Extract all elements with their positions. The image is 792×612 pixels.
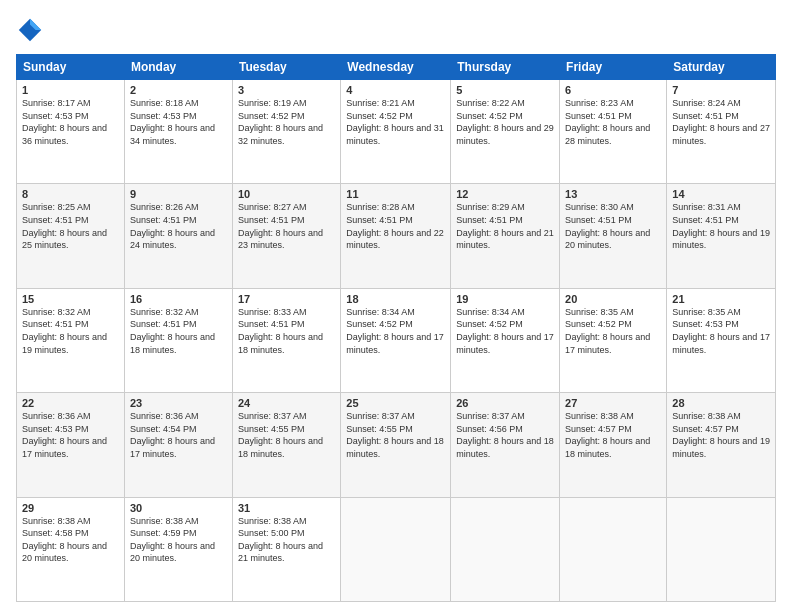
day-info: Sunrise: 8:37 AMSunset: 4:55 PMDaylight:… bbox=[346, 411, 444, 459]
day-number: 17 bbox=[238, 293, 335, 305]
empty-cell bbox=[341, 497, 451, 601]
calendar-day-25: 25 Sunrise: 8:37 AMSunset: 4:55 PMDaylig… bbox=[341, 393, 451, 497]
day-number: 10 bbox=[238, 188, 335, 200]
day-info: Sunrise: 8:21 AMSunset: 4:52 PMDaylight:… bbox=[346, 98, 444, 146]
calendar-day-19: 19 Sunrise: 8:34 AMSunset: 4:52 PMDaylig… bbox=[451, 288, 560, 392]
day-number: 6 bbox=[565, 84, 661, 96]
calendar-header-thursday: Thursday bbox=[451, 55, 560, 80]
calendar-day-10: 10 Sunrise: 8:27 AMSunset: 4:51 PMDaylig… bbox=[232, 184, 340, 288]
calendar-day-24: 24 Sunrise: 8:37 AMSunset: 4:55 PMDaylig… bbox=[232, 393, 340, 497]
empty-cell bbox=[451, 497, 560, 601]
day-number: 27 bbox=[565, 397, 661, 409]
calendar-day-1: 1 Sunrise: 8:17 AMSunset: 4:53 PMDayligh… bbox=[17, 80, 125, 184]
day-number: 21 bbox=[672, 293, 770, 305]
day-info: Sunrise: 8:38 AMSunset: 4:57 PMDaylight:… bbox=[565, 411, 650, 459]
day-info: Sunrise: 8:34 AMSunset: 4:52 PMDaylight:… bbox=[456, 307, 554, 355]
day-info: Sunrise: 8:32 AMSunset: 4:51 PMDaylight:… bbox=[130, 307, 215, 355]
day-number: 31 bbox=[238, 502, 335, 514]
calendar-day-8: 8 Sunrise: 8:25 AMSunset: 4:51 PMDayligh… bbox=[17, 184, 125, 288]
day-number: 30 bbox=[130, 502, 227, 514]
day-info: Sunrise: 8:35 AMSunset: 4:53 PMDaylight:… bbox=[672, 307, 770, 355]
calendar-day-18: 18 Sunrise: 8:34 AMSunset: 4:52 PMDaylig… bbox=[341, 288, 451, 392]
calendar-day-9: 9 Sunrise: 8:26 AMSunset: 4:51 PMDayligh… bbox=[124, 184, 232, 288]
calendar-day-6: 6 Sunrise: 8:23 AMSunset: 4:51 PMDayligh… bbox=[560, 80, 667, 184]
empty-cell bbox=[560, 497, 667, 601]
calendar-header-monday: Monday bbox=[124, 55, 232, 80]
calendar-day-12: 12 Sunrise: 8:29 AMSunset: 4:51 PMDaylig… bbox=[451, 184, 560, 288]
calendar-week-3: 15 Sunrise: 8:32 AMSunset: 4:51 PMDaylig… bbox=[17, 288, 776, 392]
day-info: Sunrise: 8:26 AMSunset: 4:51 PMDaylight:… bbox=[130, 202, 215, 250]
day-number: 11 bbox=[346, 188, 445, 200]
calendar-day-13: 13 Sunrise: 8:30 AMSunset: 4:51 PMDaylig… bbox=[560, 184, 667, 288]
calendar-header-friday: Friday bbox=[560, 55, 667, 80]
day-number: 12 bbox=[456, 188, 554, 200]
day-info: Sunrise: 8:32 AMSunset: 4:51 PMDaylight:… bbox=[22, 307, 107, 355]
calendar-header-saturday: Saturday bbox=[667, 55, 776, 80]
day-info: Sunrise: 8:37 AMSunset: 4:55 PMDaylight:… bbox=[238, 411, 323, 459]
empty-cell bbox=[667, 497, 776, 601]
calendar-day-31: 31 Sunrise: 8:38 AMSunset: 5:00 PMDaylig… bbox=[232, 497, 340, 601]
day-info: Sunrise: 8:34 AMSunset: 4:52 PMDaylight:… bbox=[346, 307, 444, 355]
calendar-week-4: 22 Sunrise: 8:36 AMSunset: 4:53 PMDaylig… bbox=[17, 393, 776, 497]
calendar-header-tuesday: Tuesday bbox=[232, 55, 340, 80]
day-number: 3 bbox=[238, 84, 335, 96]
day-number: 24 bbox=[238, 397, 335, 409]
day-number: 18 bbox=[346, 293, 445, 305]
day-number: 20 bbox=[565, 293, 661, 305]
day-info: Sunrise: 8:22 AMSunset: 4:52 PMDaylight:… bbox=[456, 98, 554, 146]
logo bbox=[16, 16, 48, 44]
calendar-header-wednesday: Wednesday bbox=[341, 55, 451, 80]
day-number: 22 bbox=[22, 397, 119, 409]
day-info: Sunrise: 8:29 AMSunset: 4:51 PMDaylight:… bbox=[456, 202, 554, 250]
day-number: 26 bbox=[456, 397, 554, 409]
day-number: 2 bbox=[130, 84, 227, 96]
calendar-day-27: 27 Sunrise: 8:38 AMSunset: 4:57 PMDaylig… bbox=[560, 393, 667, 497]
day-number: 19 bbox=[456, 293, 554, 305]
day-number: 1 bbox=[22, 84, 119, 96]
calendar-day-4: 4 Sunrise: 8:21 AMSunset: 4:52 PMDayligh… bbox=[341, 80, 451, 184]
day-number: 9 bbox=[130, 188, 227, 200]
calendar-table: SundayMondayTuesdayWednesdayThursdayFrid… bbox=[16, 54, 776, 602]
calendar-day-15: 15 Sunrise: 8:32 AMSunset: 4:51 PMDaylig… bbox=[17, 288, 125, 392]
calendar-day-23: 23 Sunrise: 8:36 AMSunset: 4:54 PMDaylig… bbox=[124, 393, 232, 497]
day-info: Sunrise: 8:38 AMSunset: 4:58 PMDaylight:… bbox=[22, 516, 107, 564]
day-info: Sunrise: 8:23 AMSunset: 4:51 PMDaylight:… bbox=[565, 98, 650, 146]
day-number: 14 bbox=[672, 188, 770, 200]
day-number: 13 bbox=[565, 188, 661, 200]
calendar-week-2: 8 Sunrise: 8:25 AMSunset: 4:51 PMDayligh… bbox=[17, 184, 776, 288]
calendar-day-16: 16 Sunrise: 8:32 AMSunset: 4:51 PMDaylig… bbox=[124, 288, 232, 392]
calendar-day-29: 29 Sunrise: 8:38 AMSunset: 4:58 PMDaylig… bbox=[17, 497, 125, 601]
day-info: Sunrise: 8:24 AMSunset: 4:51 PMDaylight:… bbox=[672, 98, 770, 146]
calendar-day-14: 14 Sunrise: 8:31 AMSunset: 4:51 PMDaylig… bbox=[667, 184, 776, 288]
day-number: 5 bbox=[456, 84, 554, 96]
day-info: Sunrise: 8:37 AMSunset: 4:56 PMDaylight:… bbox=[456, 411, 554, 459]
calendar-day-2: 2 Sunrise: 8:18 AMSunset: 4:53 PMDayligh… bbox=[124, 80, 232, 184]
day-info: Sunrise: 8:27 AMSunset: 4:51 PMDaylight:… bbox=[238, 202, 323, 250]
day-number: 25 bbox=[346, 397, 445, 409]
day-number: 23 bbox=[130, 397, 227, 409]
day-info: Sunrise: 8:33 AMSunset: 4:51 PMDaylight:… bbox=[238, 307, 323, 355]
calendar-day-7: 7 Sunrise: 8:24 AMSunset: 4:51 PMDayligh… bbox=[667, 80, 776, 184]
day-info: Sunrise: 8:30 AMSunset: 4:51 PMDaylight:… bbox=[565, 202, 650, 250]
page: SundayMondayTuesdayWednesdayThursdayFrid… bbox=[0, 0, 792, 612]
calendar-header-row: SundayMondayTuesdayWednesdayThursdayFrid… bbox=[17, 55, 776, 80]
day-info: Sunrise: 8:35 AMSunset: 4:52 PMDaylight:… bbox=[565, 307, 650, 355]
calendar-day-22: 22 Sunrise: 8:36 AMSunset: 4:53 PMDaylig… bbox=[17, 393, 125, 497]
day-number: 7 bbox=[672, 84, 770, 96]
day-number: 8 bbox=[22, 188, 119, 200]
calendar-week-1: 1 Sunrise: 8:17 AMSunset: 4:53 PMDayligh… bbox=[17, 80, 776, 184]
day-info: Sunrise: 8:25 AMSunset: 4:51 PMDaylight:… bbox=[22, 202, 107, 250]
day-number: 15 bbox=[22, 293, 119, 305]
logo-icon bbox=[16, 16, 44, 44]
day-number: 29 bbox=[22, 502, 119, 514]
day-info: Sunrise: 8:38 AMSunset: 4:59 PMDaylight:… bbox=[130, 516, 215, 564]
day-info: Sunrise: 8:31 AMSunset: 4:51 PMDaylight:… bbox=[672, 202, 770, 250]
calendar-day-5: 5 Sunrise: 8:22 AMSunset: 4:52 PMDayligh… bbox=[451, 80, 560, 184]
day-number: 28 bbox=[672, 397, 770, 409]
calendar-day-11: 11 Sunrise: 8:28 AMSunset: 4:51 PMDaylig… bbox=[341, 184, 451, 288]
day-info: Sunrise: 8:38 AMSunset: 4:57 PMDaylight:… bbox=[672, 411, 770, 459]
calendar-day-30: 30 Sunrise: 8:38 AMSunset: 4:59 PMDaylig… bbox=[124, 497, 232, 601]
calendar-week-5: 29 Sunrise: 8:38 AMSunset: 4:58 PMDaylig… bbox=[17, 497, 776, 601]
calendar-day-20: 20 Sunrise: 8:35 AMSunset: 4:52 PMDaylig… bbox=[560, 288, 667, 392]
calendar-header-sunday: Sunday bbox=[17, 55, 125, 80]
